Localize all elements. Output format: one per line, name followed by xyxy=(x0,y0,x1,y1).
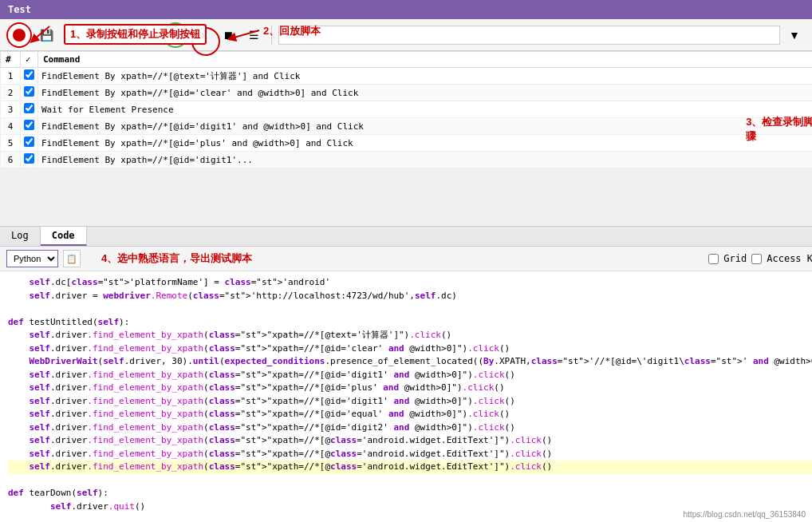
row-checkbox[interactable] xyxy=(21,68,38,85)
table-row[interactable]: 2 FindElement By xpath=//*[@id='clear' a… xyxy=(1,85,813,101)
annotation-4: 4、选中熟悉语言，导出测试脚本 xyxy=(101,251,252,266)
script-panel: # ✓ Command 1 FindElement By xpath=//*[@… xyxy=(0,51,812,522)
save-button[interactable]: 💾 xyxy=(35,24,57,46)
title-text: Test xyxy=(8,4,31,15)
record-button[interactable] xyxy=(6,22,32,48)
table-header-row: # ✓ Command xyxy=(1,52,813,68)
row-checkbox[interactable] xyxy=(21,118,38,135)
stop-button[interactable]: ⏹ xyxy=(217,24,239,46)
script-table-container[interactable]: # ✓ Command 1 FindElement By xpath=//*[@… xyxy=(0,51,812,227)
access-key-label: Access Key xyxy=(767,253,812,264)
export-button[interactable]: 📋 xyxy=(86,24,108,46)
table-row[interactable]: 4 FindElement By xpath=//*[@id='digit1' … xyxy=(1,118,813,135)
code-line: def tearDown(self): xyxy=(8,487,812,500)
title-bar: Test xyxy=(0,0,812,19)
settings-button[interactable]: ☰ xyxy=(242,24,265,46)
code-line: self.driver = webdriver.Remote(class="st… xyxy=(8,290,812,303)
code-line: self.driver.find_element_by_xpath(class=… xyxy=(8,329,812,342)
code-line: self.driver.find_element_by_xpath(class=… xyxy=(8,369,812,382)
code-line: self.driver.find_element_by_xpath(class=… xyxy=(8,448,812,461)
row-checkbox[interactable] xyxy=(21,101,38,118)
row-checkbox[interactable] xyxy=(21,85,38,101)
code-line: self.driver.find_element_by_xpath(class=… xyxy=(8,408,812,421)
grid-label: Grid xyxy=(723,253,747,264)
code-line: self.driver.find_element_by_xpath(class=… xyxy=(8,342,812,356)
code-line: self.driver.find_element_by_xpath(class=… xyxy=(8,434,812,448)
table-row[interactable]: 1 FindElement By xpath=//*[@text='计算器'] … xyxy=(1,68,813,85)
script-table: # ✓ Command 1 FindElement By xpath=//*[@… xyxy=(0,51,812,168)
language-select[interactable]: Python Java Ruby xyxy=(6,250,58,267)
col-header-check: ✓ xyxy=(21,52,38,68)
code-panel: Python Java Ruby 📋 4、选中熟悉语言，导出测试脚本 Grid … xyxy=(0,247,812,522)
toolbar-separator xyxy=(271,26,272,45)
row-command: FindElement By xpath=//*[@id='digit1' an… xyxy=(38,118,813,135)
row-num: 3 xyxy=(1,101,21,118)
code-toolbar: Python Java Ruby 📋 4、选中熟悉语言，导出测试脚本 Grid … xyxy=(0,247,812,271)
row-command: FindElement By xpath=//*[@id='plus' and … xyxy=(38,135,813,152)
undo-button[interactable]: ↶ xyxy=(112,24,134,46)
export-code-button[interactable]: 📋 xyxy=(63,250,81,267)
tab-bar: Log Code xyxy=(0,227,812,247)
row-num: 2 xyxy=(1,85,21,101)
watermark: https://blog.csdn.net/qq_36153840 xyxy=(684,510,806,519)
row-num: 5 xyxy=(1,135,21,152)
main-toolbar: 💾 📂 📋 ↶ ↷ ▶ ⏭ ⏹ ☰ ▼ xyxy=(0,19,812,51)
code-area[interactable]: self.dc[class="st">'platformName'] = cla… xyxy=(0,271,812,522)
access-key-checkbox[interactable] xyxy=(751,254,762,264)
row-num: 6 xyxy=(1,152,21,168)
code-line: self.driver.find_element_by_xpath(class=… xyxy=(8,382,812,395)
code-line: def testUntitled(self): xyxy=(8,316,812,330)
row-command: FindElement By xpath=//*[@id='digit1'... xyxy=(38,152,813,168)
table-row[interactable]: 3 Wait for Element Presence xyxy=(1,101,813,118)
step-button[interactable]: ⏭ xyxy=(191,24,214,46)
table-row[interactable]: 6 FindElement By xpath=//*[@id='digit1'.… xyxy=(1,152,813,168)
tab-code[interactable]: Code xyxy=(41,227,87,246)
open-button[interactable]: 📂 xyxy=(61,24,83,46)
code-line: WebDriverWait(self.driver, 30).until(exp… xyxy=(8,355,812,369)
row-command: FindElement By xpath=//*[@text='计算器'] an… xyxy=(38,68,813,85)
col-header-num: # xyxy=(1,52,21,68)
code-line: self.driver.find_element_by_xpath(class=… xyxy=(8,461,812,474)
code-line xyxy=(8,303,812,316)
toolbar-dropdown-btn[interactable]: ▼ xyxy=(783,24,806,46)
row-command: Wait for Element Presence xyxy=(38,101,813,118)
code-line: self.dc[class="st">'platformName'] = cla… xyxy=(8,276,812,290)
code-line xyxy=(8,474,812,488)
redo-button[interactable]: ↷ xyxy=(137,24,160,46)
col-header-command: Command xyxy=(38,52,813,68)
tab-log[interactable]: Log xyxy=(0,227,41,246)
table-row[interactable]: 5 FindElement By xpath=//*[@id='plus' an… xyxy=(1,135,813,152)
row-checkbox[interactable] xyxy=(21,135,38,152)
code-line: self.driver.find_element_by_xpath(class=… xyxy=(8,421,812,435)
row-num: 1 xyxy=(1,68,21,85)
code-line: self.driver.find_element_by_xpath(class=… xyxy=(8,395,812,409)
row-num: 4 xyxy=(1,118,21,135)
row-command: FindElement By xpath=//*[@id='clear' and… xyxy=(38,85,813,101)
main-content: # ✓ Command 1 FindElement By xpath=//*[@… xyxy=(0,51,812,522)
toolbar-input[interactable] xyxy=(278,26,780,45)
row-checkbox[interactable] xyxy=(21,152,38,168)
play-button[interactable]: ▶ xyxy=(163,22,188,48)
grid-checkbox[interactable] xyxy=(708,254,719,264)
